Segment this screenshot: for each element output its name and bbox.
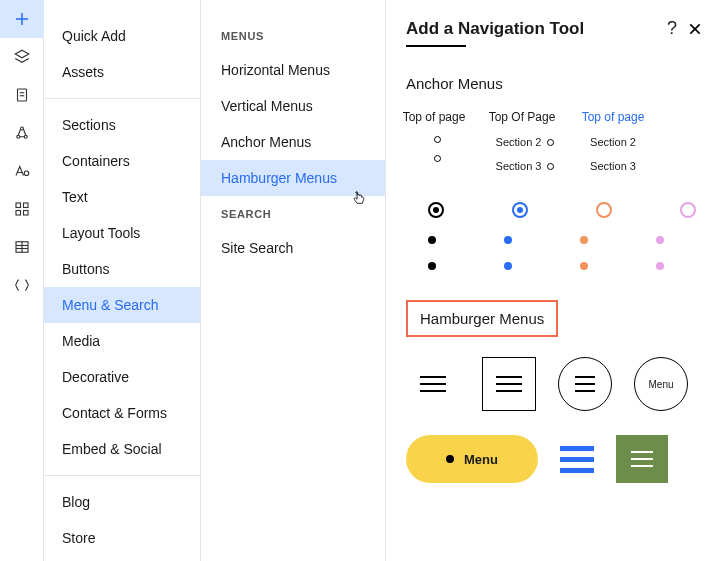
hamburger-green-tile[interactable]	[616, 435, 668, 483]
anchor-dot-black-2[interactable]	[428, 262, 436, 270]
hamburger-menu-text: Menu	[648, 379, 673, 390]
pill-label: Menu	[464, 452, 498, 467]
page-icon[interactable]	[0, 76, 44, 114]
svg-marker-2	[15, 50, 29, 58]
svg-point-7	[24, 135, 27, 138]
anchor-top-label: Top of page	[582, 110, 645, 124]
anchor-dot-black[interactable]	[428, 236, 436, 244]
hamburger-boxed[interactable]	[482, 357, 536, 411]
hamburger-grid-row1: Menu	[406, 357, 703, 411]
pill-dot-icon	[446, 455, 454, 463]
anchor-style-orange-ring[interactable]	[596, 202, 612, 218]
svg-rect-11	[24, 203, 29, 208]
svg-rect-3	[18, 89, 27, 101]
sidebar1-item-media[interactable]: Media	[44, 323, 200, 359]
submenu-item-hamburger-menus[interactable]: Hamburger Menus	[201, 160, 385, 196]
icon-rail	[0, 0, 44, 561]
submenu-item-horizontal-menus[interactable]: Horizontal Menus	[201, 52, 385, 88]
svg-point-6	[17, 135, 20, 138]
anchor-dot-orange[interactable]	[580, 236, 588, 244]
submenu-heading-search: SEARCH	[201, 196, 385, 230]
webhook-icon[interactable]	[0, 114, 44, 152]
sidebar1-item-contact-forms[interactable]: Contact & Forms	[44, 395, 200, 431]
anchor-menus-heading: Anchor Menus	[406, 75, 703, 92]
anchor-preview-2[interactable]: Top Of Page Section 2 Section 3	[494, 110, 556, 172]
svg-point-9	[24, 171, 29, 176]
anchor-top-label: Top Of Page	[489, 110, 556, 124]
submenu-item-vertical-menus[interactable]: Vertical Menus	[201, 88, 385, 124]
anchor-top-label: Top of page	[403, 110, 466, 124]
sidebar1-item-embed-social[interactable]: Embed & Social	[44, 431, 200, 467]
anchor-preview-3[interactable]: Top of page Section 2 Section 3	[582, 110, 644, 172]
hamburger-plain[interactable]	[406, 357, 460, 411]
sidebar1-item-sections[interactable]: Sections	[44, 107, 200, 143]
hamburger-circle-bars[interactable]	[558, 357, 612, 411]
anchor-section-label: Section 2	[590, 136, 636, 148]
sidebar1-item-menu-search[interactable]: Menu & Search	[44, 287, 200, 323]
plus-icon[interactable]	[0, 0, 44, 38]
hamburger-blue-bars[interactable]	[560, 446, 594, 473]
submenu-item-label: Hamburger Menus	[221, 170, 337, 186]
svg-rect-13	[24, 211, 29, 216]
sidebar1-group-0: Quick Add Assets	[44, 10, 200, 99]
sidebar1-item-buttons[interactable]: Buttons	[44, 251, 200, 287]
code-icon[interactable]	[0, 266, 44, 304]
sidebar1-item-containers[interactable]: Containers	[44, 143, 200, 179]
anchor-preview-1[interactable]: Top of page	[406, 110, 468, 172]
sidebar1-item-text[interactable]: Text	[44, 179, 200, 215]
sidebar1-item-assets[interactable]: Assets	[44, 54, 200, 90]
table-icon[interactable]	[0, 228, 44, 266]
tab-underline	[406, 45, 466, 47]
sidebar1-item-quick-add[interactable]: Quick Add	[44, 18, 200, 54]
svg-rect-12	[16, 211, 21, 216]
main-panel: Add a Navigation Tool ? Anchor Menus Top…	[386, 0, 723, 561]
anchor-section-label: Section 3	[496, 160, 542, 172]
sidebar-submenu: MENUS Horizontal Menus Vertical Menus An…	[201, 0, 386, 561]
sidebar-categories: Quick Add Assets Sections Containers Tex…	[44, 0, 201, 561]
sidebar1-item-layout-tools[interactable]: Layout Tools	[44, 215, 200, 251]
anchor-color-options	[406, 202, 703, 270]
anchor-dot-pink[interactable]	[656, 236, 664, 244]
hamburger-menus-heading: Hamburger Menus	[406, 300, 558, 337]
hamburger-circle-text[interactable]: Menu	[634, 357, 688, 411]
anchor-dot-blue-2[interactable]	[504, 262, 512, 270]
sidebar1-item-decorative[interactable]: Decorative	[44, 359, 200, 395]
sidebar1-group-2: Blog Store	[44, 476, 200, 561]
anchor-menus-grid: Top of page Top Of Page Section 2 Sectio…	[406, 110, 703, 172]
close-icon[interactable]	[687, 21, 703, 37]
grid-icon[interactable]	[0, 190, 44, 228]
sidebar1-item-blog[interactable]: Blog	[44, 484, 200, 520]
anchor-dot-pink-2[interactable]	[656, 262, 664, 270]
anchor-dot-blue[interactable]	[504, 236, 512, 244]
anchor-style-black-ring[interactable]	[428, 202, 444, 218]
help-icon[interactable]: ?	[667, 18, 677, 39]
hamburger-pill-yellow[interactable]: Menu	[406, 435, 538, 483]
svg-rect-10	[16, 203, 21, 208]
sidebar1-group-1: Sections Containers Text Layout Tools Bu…	[44, 99, 200, 476]
sidebar1-item-store[interactable]: Store	[44, 520, 200, 556]
anchor-style-blue-ring[interactable]	[512, 202, 528, 218]
submenu-heading-menus: MENUS	[201, 18, 385, 52]
submenu-item-site-search[interactable]: Site Search	[201, 230, 385, 266]
submenu-item-anchor-menus[interactable]: Anchor Menus	[201, 124, 385, 160]
layers-icon[interactable]	[0, 38, 44, 76]
typography-icon[interactable]	[0, 152, 44, 190]
anchor-style-pink-ring[interactable]	[680, 202, 696, 218]
anchor-section-label: Section 3	[590, 160, 636, 172]
page-title: Add a Navigation Tool	[406, 19, 584, 39]
hamburger-grid-row2: Menu	[406, 435, 703, 483]
main-header: Add a Navigation Tool ?	[406, 18, 703, 39]
anchor-section-label: Section 2	[496, 136, 542, 148]
anchor-dot-orange-2[interactable]	[580, 262, 588, 270]
